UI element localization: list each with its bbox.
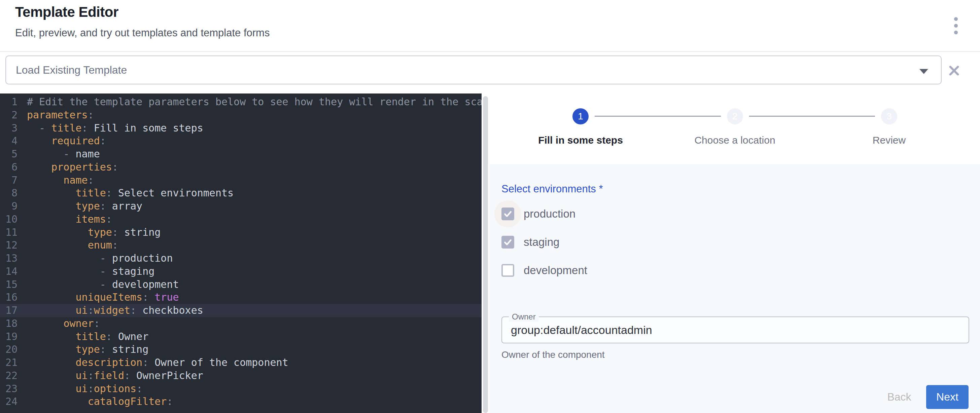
code-line[interactable]: 15 - development [0,278,482,291]
line-number: 2 [0,109,18,122]
code-line[interactable]: 22 ui:field: OwnerPicker [0,369,482,383]
line-number: 18 [0,317,18,330]
code-line[interactable]: 9 type: array [0,200,482,213]
editor-scrollbar [482,94,490,413]
preview-panel: 1Fill in some steps2Choose a location3Re… [490,94,980,413]
step-label: Choose a location [694,135,775,146]
line-number: 23 [0,383,18,396]
stepper: 1Fill in some steps2Choose a location3Re… [490,94,980,164]
load-template-select-label: Load Existing Template [16,64,127,76]
load-template-select[interactable]: Load Existing Template [5,56,942,84]
code-line[interactable]: 2parameters: [0,109,482,122]
checkbox-row-staging[interactable]: staging [501,228,980,256]
load-template-row: Load Existing Template [0,52,980,94]
code-line[interactable]: 18 owner: [0,317,482,330]
owner-helper-text: Owner of the component [501,349,605,360]
line-number: 15 [0,278,18,291]
step-choose-a-location: 2Choose a location [675,94,795,146]
line-number: 4 [0,135,18,148]
code-line[interactable]: 19 title: Owner [0,330,482,343]
code-line[interactable]: 7 name: [0,174,482,187]
step-label: Fill in some steps [538,135,623,146]
code-line[interactable]: 16 uniqueItems: true [0,291,482,304]
line-number: 20 [0,343,18,356]
field-group-label: Select environments * [501,183,980,195]
chevron-down-icon [920,69,928,74]
code-line[interactable]: 1# Edit the template parameters below to… [0,95,482,109]
step-circle: 2 [727,108,743,124]
page-title: Template Editor [15,4,118,20]
code-line[interactable]: 13 - production [0,252,482,265]
checkbox-label[interactable]: development [523,264,587,277]
line-number: 12 [0,239,18,252]
line-number: 6 [0,161,18,174]
code-line[interactable]: 12 enum: [0,239,482,252]
form-area: Select environments * productionstagingd… [490,164,980,413]
line-number: 16 [0,291,18,304]
code-line[interactable]: 5 - name [0,148,482,161]
code-line[interactable]: 20 type: string [0,343,482,356]
checkbox-label[interactable]: staging [523,236,559,249]
step-circle: 1 [573,108,589,124]
owner-field-label: Owner [509,312,539,321]
code-line[interactable]: 14 - staging [0,265,482,278]
line-number: 24 [0,395,18,408]
page-subtitle: Edit, preview, and try out templates and… [15,27,270,39]
code-line[interactable]: 21 description: Owner of the component [0,356,482,369]
code-line[interactable]: 6 properties: [0,161,482,174]
line-number: 13 [0,252,18,265]
next-button[interactable]: Next [926,385,969,409]
code-line[interactable]: 10 items: [0,213,482,226]
line-number: 9 [0,200,18,213]
code-line[interactable]: 24 catalogFilter: [0,395,482,408]
page-header: Template Editor Edit, preview, and try o… [0,0,980,52]
close-icon[interactable] [947,63,961,78]
code-editor-lines: 1# Edit the template parameters below to… [0,95,482,408]
checkbox-row-development[interactable]: development [501,256,980,284]
line-number: 22 [0,369,18,383]
kebab-menu-icon[interactable] [948,15,963,37]
line-number: 19 [0,330,18,343]
code-line[interactable]: 11 type: string [0,226,482,239]
line-number: 1 [0,95,18,109]
line-number: 8 [0,187,18,200]
line-number: 7 [0,174,18,187]
checkbox-staging[interactable] [501,236,514,249]
checkbox-development[interactable] [501,264,514,277]
editor-scrollbar-thumb[interactable] [483,96,488,413]
code-line[interactable]: 8 title: Select environments [0,187,482,200]
step-circle: 3 [881,108,897,124]
checkbox-row-production[interactable]: production [501,200,980,228]
line-number: 10 [0,213,18,226]
line-number: 21 [0,356,18,369]
step-label: Review [873,135,905,146]
owner-field: Owner [501,316,969,343]
step-fill-in-some-steps: 1Fill in some steps [520,94,641,146]
required-marker: * [599,183,603,195]
line-number: 11 [0,226,18,239]
checkbox-group: productionstagingdevelopment [501,200,980,284]
line-number: 3 [0,122,18,135]
code-line[interactable]: 3 - title: Fill in some steps [0,122,482,135]
line-number: 17 [0,304,18,317]
code-line[interactable]: 4 required: [0,135,482,148]
owner-input[interactable] [502,317,969,343]
back-button[interactable]: Back [879,385,920,409]
checkbox-label[interactable]: production [523,208,576,220]
checkbox-production[interactable] [501,208,514,220]
code-line[interactable]: 17 ui:widget: checkboxes [0,304,482,317]
code-line[interactable]: 23 ui:options: [0,383,482,396]
code-editor[interactable]: 1# Edit the template parameters below to… [0,94,482,413]
step-review: 3Review [829,94,950,146]
line-number: 5 [0,148,18,161]
line-number: 14 [0,265,18,278]
